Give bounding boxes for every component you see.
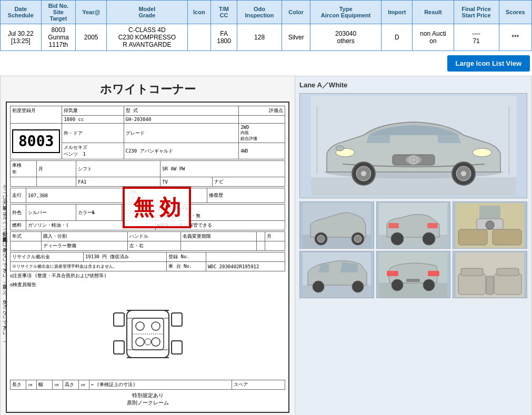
mukou-stamp: 無 効 [123, 187, 191, 228]
header-odo: OdoInspection [237, 1, 282, 24]
model-code-value: GH-203040 [124, 116, 239, 124]
inspector-report-label: ◎検査員報告 [10, 280, 285, 289]
inspection-notes-label: ◎注意事項 (整度・不具合箇所および状態等) [10, 271, 285, 280]
svg-point-14 [152, 338, 160, 346]
thumb4-svg [303, 252, 371, 297]
car-diagram-svg [98, 295, 198, 373]
header-tmcc: T/MCC [211, 1, 237, 24]
mileage-value: 107,308 [26, 188, 129, 203]
header-scores: Scores [499, 1, 531, 24]
thumb2-svg [379, 203, 447, 248]
svg-point-11 [136, 322, 144, 330]
header-bid: Bid No.SiteTarget [41, 1, 76, 24]
auction-table: DateSchedule Bid No.SiteTarget Year@ Mod… [0, 0, 532, 51]
cell-model: C-CLASS 4DC230 KOMPRESSOR AVANTGARDE [107, 24, 187, 51]
cell-color: Silver [282, 24, 310, 51]
maker-value: メルセキズベンツ 1 [62, 143, 124, 159]
thumb1-svg [303, 203, 371, 248]
lot-number: 8003 [12, 129, 60, 153]
svg-rect-36 [508, 106, 510, 175]
thumb5-svg [379, 252, 447, 297]
shift-value: FA1 [76, 177, 160, 187]
bottom-section: ホワイトコーナー 初度登録月 排気量 型 式 評価点 1800 cc GH-20… [0, 76, 532, 415]
lane-label: Lane A／White [299, 80, 527, 90]
svg-point-48 [423, 232, 435, 245]
svg-point-12 [152, 322, 160, 330]
svg-rect-51 [493, 229, 521, 245]
inspection-sheet: 初度登録月 排気量 型 式 評価点 1800 cc GH-203040 8003… [6, 102, 289, 413]
photo-thumb-1 [299, 201, 374, 249]
photo-thumb-3 [453, 201, 527, 249]
cell-bid: 8003Gunma1117th [41, 24, 76, 51]
insp-table-top: 初度登録月 排気量 型 式 評価点 1800 cc GH-203040 8003… [10, 106, 285, 159]
photo-thumb-6 [453, 251, 527, 298]
main-car-svg [311, 96, 516, 196]
grade-value: C230 アバンギャルド [124, 143, 239, 159]
cell-price: ----71 [454, 24, 499, 51]
special-notes: 特別規定あり原則ノークレーム [10, 390, 285, 409]
cell-tmcc: FA1800 [211, 24, 237, 51]
insp-table-shift: 車検 年 月 シフト SR AW PW FA1 TV ナビ [10, 160, 285, 187]
thumb3-svg [456, 203, 524, 248]
svg-point-26 [361, 171, 366, 176]
svg-rect-70 [497, 268, 519, 276]
svg-rect-68 [461, 268, 483, 276]
vertical-note: ※こび人の名前はボールペン以外の筆記用具（大鉛筆等）では書かないで下さい。（次起… [2, 181, 8, 338]
header-color: Color [282, 1, 310, 24]
button-row: Large Icon List View [0, 51, 532, 76]
svg-rect-53 [479, 206, 500, 219]
svg-point-29 [461, 171, 466, 176]
svg-rect-63 [406, 279, 420, 282]
car-diagram-container [10, 289, 285, 379]
color-name-value: シルバー [26, 205, 76, 221]
cell-scores: *** [499, 24, 531, 51]
svg-point-54 [486, 221, 494, 229]
svg-point-21 [473, 148, 491, 157]
main-photo [299, 93, 527, 198]
svg-point-65 [423, 279, 435, 291]
header-date: DateSchedule [1, 1, 42, 24]
svg-rect-35 [316, 106, 318, 175]
svg-point-42 [354, 235, 362, 242]
svg-rect-50 [458, 229, 487, 245]
svg-rect-3 [172, 313, 182, 326]
insp-table-recycle: リサイクル拠出金 19130 円 徴収済み 登録 No. ※リサイクル拠出金に資… [10, 252, 285, 271]
cell-icon [187, 24, 211, 51]
insp-table-purchase: 年式 購入・分割 ハンドル 名義変更期限 月 ディーラー整備 左・右 [10, 231, 285, 251]
thumb6-svg [456, 252, 524, 297]
svg-point-30 [336, 146, 344, 151]
photo-grid-row2 [299, 251, 527, 298]
large-icon-list-button[interactable]: Large Icon List View [447, 55, 530, 72]
chassis-value: WDC 2030402R195912 [206, 262, 285, 271]
photo-thumb-5 [376, 251, 451, 298]
cell-odo: 128 [237, 24, 282, 51]
svg-rect-2 [114, 313, 124, 326]
svg-point-58 [352, 281, 364, 292]
header-model: ModelGrade [107, 1, 187, 24]
cell-type: 203040others [310, 24, 382, 51]
photos-panel: Lane A／White [295, 76, 531, 415]
svg-point-64 [392, 279, 403, 291]
displacement-value: 1800 cc [62, 116, 124, 124]
svg-rect-67 [458, 274, 486, 295]
svg-point-57 [313, 281, 324, 292]
svg-rect-61 [387, 271, 398, 276]
svg-rect-69 [494, 274, 521, 295]
table-row: Jul 30.22[13:25] 8003Gunma1117th 2005 C-… [1, 24, 532, 51]
inspection-title: ホワイトコーナー [6, 82, 289, 97]
svg-rect-46 [427, 223, 438, 228]
photo-thumb-2 [376, 201, 451, 249]
svg-point-47 [391, 232, 404, 245]
header-price: Final PriceStart Price [454, 1, 499, 24]
cell-year: 2005 [76, 24, 107, 51]
photo-grid-row1 [299, 201, 527, 249]
svg-rect-60 [379, 283, 447, 297]
svg-point-15 [145, 339, 151, 345]
cell-import: D [382, 24, 413, 51]
header-result: Result [413, 1, 454, 24]
photo-thumb-4 [299, 251, 374, 298]
svg-point-13 [136, 338, 144, 346]
header-year: Year@ [76, 1, 107, 24]
svg-point-40 [317, 235, 325, 242]
svg-rect-71 [486, 276, 494, 295]
